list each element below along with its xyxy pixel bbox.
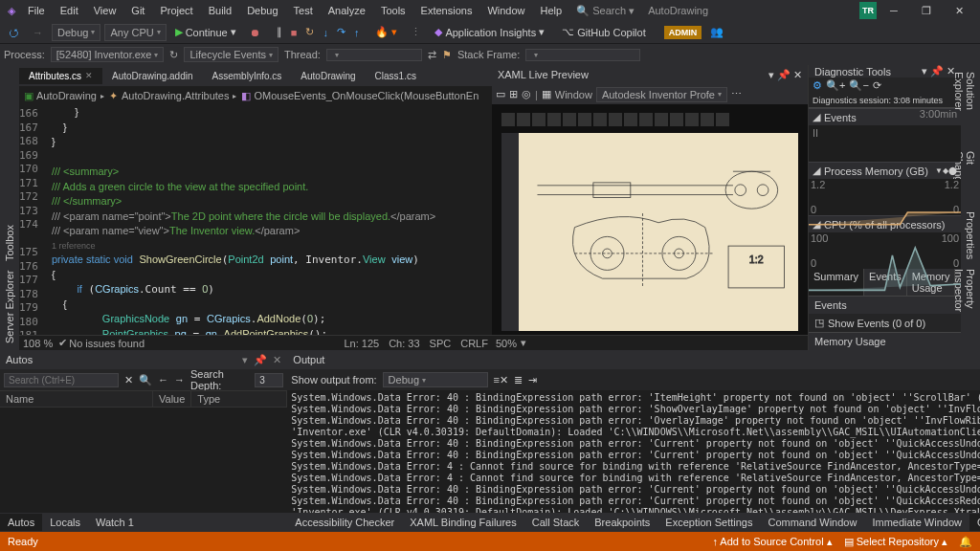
menu-help[interactable]: Help (534, 2, 569, 19)
config-combo[interactable]: Debug▾ (52, 24, 100, 41)
output-source-combo[interactable]: Debug▾ (383, 372, 488, 387)
show-events-link[interactable]: ◳Show Events (0 of 0) (809, 314, 961, 332)
zoom-reset-icon[interactable]: ⟳ (873, 79, 881, 92)
bottom-tab[interactable]: Immediate Window (864, 514, 969, 531)
refresh-icon[interactable]: ↻ (169, 49, 178, 61)
autos-panel: Autos▾📌✕ ✕ 🔍 ← → Search Depth: Name Valu… (0, 350, 287, 532)
search-clear-icon[interactable]: ✕ (124, 374, 133, 386)
process-combo[interactable]: [52480] Inventor.exe▾ (51, 47, 165, 62)
user-badge[interactable]: TR (859, 2, 877, 19)
left-tool-margin[interactable]: Server ExplorerToolbox (0, 65, 19, 350)
pin-icon[interactable]: 📌 (777, 69, 791, 80)
debug-location-toolbar: Process: [52480] Inventor.exe▾ ↻ Lifecyc… (0, 44, 980, 65)
ok-icon: ✔ (58, 337, 67, 349)
bottom-tab[interactable]: Output (969, 514, 980, 531)
autos-columns[interactable]: Name Value Type (0, 390, 287, 408)
search-go-icon[interactable]: 🔍 (139, 374, 152, 386)
continue-button[interactable]: ▶Continue▾ (170, 24, 241, 40)
menu-test[interactable]: Test (287, 2, 320, 19)
menu-file[interactable]: File (21, 2, 52, 19)
doc-tab[interactable]: AutoDrawing.addin (102, 68, 203, 84)
restore-button[interactable]: ❐ (911, 0, 942, 21)
menu-window[interactable]: Window (480, 2, 531, 19)
stop-record-icon[interactable]: ⏺ (245, 25, 265, 40)
xaml-target-combo[interactable]: Autodesk Inventor Profe▾ (596, 87, 727, 102)
step-into-icon[interactable]: ↓ (323, 27, 328, 38)
app-insights[interactable]: ◆Application Insights▾ (430, 24, 549, 40)
select-target-icon[interactable]: ⊞ (509, 88, 518, 100)
step-out-icon[interactable]: ↑ (354, 27, 360, 38)
menu-tools[interactable]: Tools (374, 2, 412, 19)
doc-tab[interactable]: AssemblyInfo.cs (203, 68, 292, 84)
restart-icon[interactable]: ↻ (305, 26, 314, 38)
lifecycle-combo[interactable]: Lifecycle Events▾ (184, 47, 278, 62)
stop-icon[interactable]: ■ (291, 27, 298, 38)
diag-settings-icon[interactable]: ⚙ (813, 79, 822, 92)
pin-icon[interactable]: 📌 (930, 65, 944, 77)
pause-icon[interactable]: ∥ (277, 26, 282, 38)
grid-icon[interactable]: ▦ (542, 88, 551, 100)
search-next-icon[interactable]: → (174, 374, 185, 386)
menu-debug[interactable]: Debug (240, 2, 284, 19)
hot-reload-icon[interactable]: 🔥▾ (370, 24, 402, 40)
github-copilot[interactable]: ⌥GitHub Copilot (557, 24, 651, 40)
bottom-tab[interactable]: Breakpoints (587, 514, 657, 531)
zoom-out-icon[interactable]: 🔍− (849, 79, 868, 92)
thread-flag-icon[interactable]: ⚑ (442, 49, 452, 61)
bottom-right-tabs[interactable]: Accessibility CheckerXAML Binding Failur… (287, 513, 980, 532)
menu-project[interactable]: Project (153, 2, 199, 19)
minimize-button[interactable]: ─ (879, 0, 909, 21)
nav-back-icon[interactable]: ⭯ (4, 25, 24, 40)
doc-tab[interactable]: Class1.cs (366, 68, 426, 84)
menu-search[interactable]: 🔍 Search ▾ (576, 5, 635, 17)
bottom-left-tabs[interactable]: Autos Locals Watch 1 (0, 513, 287, 532)
more-icon[interactable]: ⋯ (731, 88, 742, 100)
right-tool-margin[interactable]: Solution ExplorerGit ChangesPropertiesPr… (961, 65, 980, 350)
notifications-icon[interactable]: 🔔 (959, 536, 972, 548)
select-repository[interactable]: ▤ Select Repository ▴ (844, 536, 947, 548)
target-icon[interactable]: ◎ (522, 88, 531, 100)
output-goto-icon[interactable]: ⇥ (528, 374, 537, 386)
menu-analyze[interactable]: Analyze (322, 2, 372, 19)
bottom-tab[interactable]: Accessibility Checker (287, 514, 402, 531)
xaml-canvas[interactable]: 1:2 (492, 105, 808, 335)
menu-view[interactable]: View (87, 2, 123, 19)
add-source-control[interactable]: ↑ Add to Source Control ▴ (712, 536, 832, 548)
step-over-icon[interactable]: ↷ (337, 26, 345, 38)
close-icon[interactable]: ✕ (793, 69, 802, 80)
dropdown-icon[interactable]: ▾ (922, 65, 927, 77)
bottom-tab[interactable]: Exception Settings (657, 514, 760, 531)
dropdown-icon[interactable]: ▾ (768, 69, 774, 80)
close-icon[interactable]: ✕ (85, 71, 93, 80)
thread-combo[interactable]: ▾ (326, 49, 422, 61)
bottom-tab[interactable]: Call Stack (524, 514, 588, 531)
doc-tab[interactable]: AutoDrawing (291, 68, 365, 84)
nav-fwd-icon[interactable]: → (28, 25, 48, 40)
menu-git[interactable]: Git (124, 2, 151, 19)
cad-drawing[interactable]: 1:2 (519, 133, 798, 331)
doc-tab[interactable]: Attributes.cs ✕ (19, 68, 102, 84)
live-share-icon[interactable]: 👥 (705, 24, 728, 40)
zoom-in-icon[interactable]: 🔍+ (826, 79, 845, 92)
search-prev-icon[interactable]: ← (158, 374, 168, 386)
autos-search[interactable] (4, 373, 119, 387)
output-wrap-icon[interactable]: ≣ (514, 374, 523, 386)
platform-combo[interactable]: Any CPU▾ (104, 24, 166, 41)
code-editor[interactable]: 1661671681691701711721731741751761771781… (19, 105, 492, 335)
bottom-tab[interactable]: XAML Binding Failures (402, 514, 523, 531)
cad-browser[interactable] (501, 133, 519, 331)
output-text[interactable]: System.Windows.Data Error: 40 : BindingE… (287, 390, 980, 513)
breadcrumb[interactable]: ▣AutoDrawing▸ ✦AutoDrawing.Attributes▸ ◧… (19, 86, 492, 105)
menu-edit[interactable]: Edit (54, 2, 85, 19)
menu-extensions[interactable]: Extensions (414, 2, 479, 19)
bottom-tab[interactable]: Command Window (760, 514, 864, 531)
close-button[interactable]: ✕ (944, 0, 974, 21)
csharp-icon: ▣ (23, 90, 34, 101)
thread-nav-icon[interactable]: ⇄ (428, 49, 436, 61)
menu-build[interactable]: Build (202, 2, 238, 19)
search-depth[interactable] (255, 373, 283, 387)
stackframe-combo[interactable]: ▾ (525, 49, 640, 61)
admin-badge: ADMIN (664, 26, 702, 39)
output-clear-icon[interactable]: ≡✕ (494, 374, 508, 386)
select-icon[interactable]: ▭ (496, 88, 505, 100)
